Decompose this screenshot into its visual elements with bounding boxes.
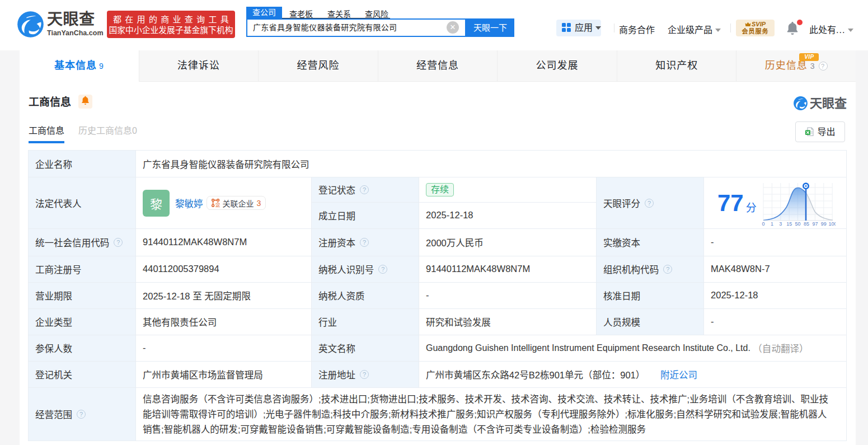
svg-text:99: 99 xyxy=(821,221,827,227)
svg-text:100: 100 xyxy=(828,221,836,227)
svg-text:企: 企 xyxy=(215,202,219,207)
svg-text:85: 85 xyxy=(804,221,809,227)
svg-text:50: 50 xyxy=(795,221,800,227)
svg-text:3: 3 xyxy=(779,221,782,227)
svg-text:15: 15 xyxy=(786,221,792,227)
svg-text:0: 0 xyxy=(762,221,764,227)
svg-text:1: 1 xyxy=(771,221,773,227)
svg-text:97: 97 xyxy=(812,221,818,227)
